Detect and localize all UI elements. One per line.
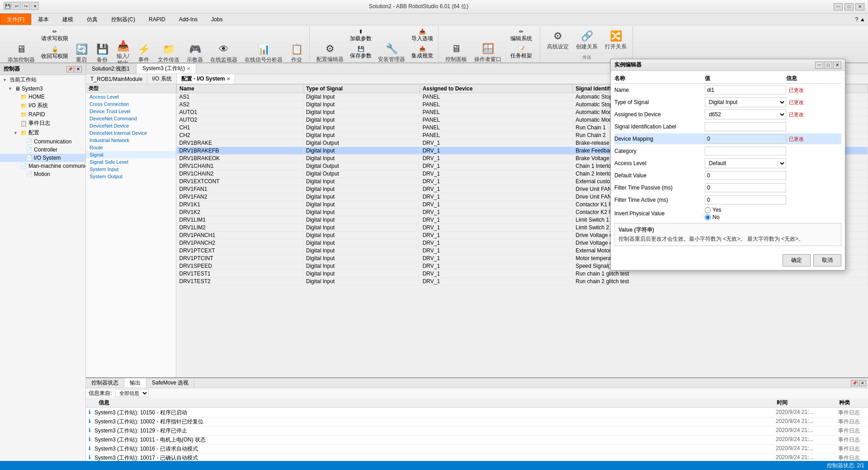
- tree-man-machine[interactable]: 📄 Man-machine communic: [0, 162, 85, 170]
- type-cross-connection[interactable]: Cross Connection: [86, 100, 176, 108]
- tab-rapid[interactable]: RAPID: [142, 14, 172, 25]
- tree-system3[interactable]: ▼ 🖥 System3: [0, 85, 85, 93]
- ribbon-help[interactable]: ?: [855, 16, 858, 23]
- type-system-output[interactable]: System Output: [86, 173, 176, 180]
- high-setting-btn[interactable]: ⚙ 高线设定: [544, 28, 572, 52]
- bottom-panel-pin[interactable]: 📌: [851, 380, 858, 386]
- dialog-restore-btn[interactable]: □: [824, 62, 832, 69]
- tree-communication[interactable]: 📄 Communication: [0, 138, 85, 146]
- import-options-btn[interactable]: 📥 导入选项: [409, 27, 435, 44]
- maximize-btn[interactable]: □: [844, 3, 854, 10]
- tree-home[interactable]: 📁 HOME: [0, 93, 85, 101]
- event-btn[interactable]: ⚡ 事件: [134, 42, 154, 65]
- type-industrial-network[interactable]: Industrial Network: [86, 137, 176, 144]
- type-system-input[interactable]: System Input: [86, 166, 176, 173]
- subtab-close-icon[interactable]: ✕: [226, 76, 230, 81]
- customize-quick-btn[interactable]: ▾: [31, 2, 39, 10]
- log-item[interactable]: ℹSystem3 (工作站): 10011 - 电机上电(ON) 状态2020/…: [87, 436, 867, 445]
- load-params-btn[interactable]: ⬆ 加载参数: [348, 27, 374, 44]
- field-name-input[interactable]: [705, 85, 786, 95]
- dialog-minimize-btn[interactable]: ─: [815, 62, 823, 69]
- tree-rapid[interactable]: 📁 RAPID: [0, 110, 85, 119]
- type-route[interactable]: Route: [86, 144, 176, 151]
- field-access-level-select[interactable]: Default: [705, 158, 786, 168]
- close-btn[interactable]: ✕: [855, 3, 864, 10]
- integrate-vision-btn[interactable]: 📤 集成视觉: [409, 44, 435, 61]
- file-transfer-btn[interactable]: 📁 文件传送: [155, 42, 183, 65]
- task-frame-btn[interactable]: 📝 任务框架: [505, 44, 537, 61]
- tree-current-station[interactable]: ▼ 当前工作站: [0, 75, 85, 85]
- type-devicenet-command[interactable]: DeviceNet Command: [86, 115, 176, 122]
- sidebar-close-btn[interactable]: ✕: [75, 66, 82, 72]
- table-row[interactable]: DRV1TEST1Digital InputDRV_1Run chain 1 g…: [177, 270, 868, 278]
- filter-select[interactable]: 全部信息: [115, 389, 149, 397]
- tab-system3[interactable]: System3 (工作站) ✕: [137, 63, 196, 74]
- save-params-btn[interactable]: 💾 保存参数: [348, 44, 374, 61]
- bottom-tab-safemove[interactable]: SafeMove 选视: [146, 378, 194, 388]
- sidebar-pin-btn[interactable]: 📌: [66, 66, 74, 72]
- tab-solution2-view[interactable]: Solution2:视图1: [86, 63, 136, 74]
- monitor-btn[interactable]: 👁 在线监视器: [207, 42, 241, 65]
- tab-file[interactable]: 文件(F): [0, 14, 31, 25]
- log-item[interactable]: ℹSystem3 (工作站): 10017 - 已确认自动模式2020/9/24…: [87, 454, 867, 461]
- type-devicenet-device[interactable]: DeviceNet Device: [86, 122, 176, 129]
- backup-btn[interactable]: 💾 备份: [92, 42, 112, 65]
- job-btn[interactable]: 📋 作业: [287, 42, 307, 65]
- request-write-btn[interactable]: ✏ 请求写权限: [39, 27, 71, 44]
- tab-addins[interactable]: Add-Ins: [172, 14, 204, 25]
- type-access-level[interactable]: Access Level: [86, 93, 176, 100]
- subtab-io[interactable]: I/O 系统: [147, 74, 176, 84]
- tree-event-log[interactable]: 📋 事件日志: [0, 119, 85, 128]
- bottom-panel-close[interactable]: ✕: [859, 380, 866, 386]
- tree-io-system[interactable]: 📁 I/O 系统: [0, 101, 85, 110]
- tab-close-icon[interactable]: ✕: [187, 66, 190, 71]
- tab-model[interactable]: 建模: [56, 14, 80, 25]
- field-device-mapping-input[interactable]: [705, 134, 786, 143]
- redo-quick-btn[interactable]: ↪: [22, 2, 30, 10]
- control-panel-btn[interactable]: 🖥 控制面板: [442, 41, 470, 64]
- log-item[interactable]: ℹSystem3 (工作站): 10129 - 程序已停止2020/9/24 2…: [87, 427, 867, 436]
- bottom-tab-output[interactable]: 输出: [124, 378, 146, 388]
- config-editor-btn[interactable]: ⚙ 配置编辑器: [313, 41, 347, 64]
- add-controller-btn[interactable]: 🖥 添加控制器: [5, 42, 38, 65]
- teach-btn[interactable]: 🎮 示教器: [184, 42, 206, 65]
- tab-jobs[interactable]: Jobs: [204, 14, 229, 25]
- table-row[interactable]: DRV1TEST2Digital InputDRV_1Run chain 2 g…: [177, 278, 868, 285]
- field-filter-active-input[interactable]: [705, 195, 786, 204]
- type-signal[interactable]: Signal: [86, 151, 176, 158]
- invert-yes-radio[interactable]: [705, 207, 711, 213]
- ribbon-minimize[interactable]: ▲: [860, 16, 865, 23]
- tree-config[interactable]: ▼ 📁 配置: [0, 128, 85, 138]
- type-devicenet-internal[interactable]: DeviceNet Internal Device: [86, 129, 176, 137]
- invert-yes-option[interactable]: Yes: [705, 207, 722, 213]
- tree-controller[interactable]: 📄 Controller: [0, 146, 85, 154]
- save-quick-btn[interactable]: 💾: [4, 2, 12, 10]
- dialog-close-btn[interactable]: ✕: [833, 62, 841, 69]
- tree-io-system-config[interactable]: 📄 I/O System: [0, 154, 85, 162]
- field-sig-label-input[interactable]: [705, 122, 786, 131]
- subtab-io-system-config[interactable]: 配置 - I/O System ✕: [177, 74, 236, 84]
- log-item[interactable]: ℹSystem3 (工作站): 10016 - 已请求自动模式2020/9/24…: [87, 445, 867, 454]
- operator-window-btn[interactable]: 🪟 操作者窗口: [471, 41, 505, 64]
- tab-simulate[interactable]: 仿真: [80, 14, 104, 25]
- install-manager-btn[interactable]: 🔧 安装管理器: [375, 41, 408, 64]
- restart-btn[interactable]: 🔄 重启: [71, 42, 91, 65]
- log-item[interactable]: ℹSystem3 (工作站): 10150 - 程序已启动2020/9/24 2…: [87, 408, 867, 418]
- create-relation-btn[interactable]: 🔗 创建关系: [573, 28, 601, 52]
- cancel-button[interactable]: 取消: [813, 254, 841, 266]
- field-device-select[interactable]: d652 PANEL DRV_1: [705, 109, 786, 119]
- tree-motion[interactable]: 📄 Motion: [0, 170, 85, 178]
- undo-quick-btn[interactable]: ↩: [13, 2, 21, 10]
- invert-no-option[interactable]: No: [705, 214, 722, 220]
- return-write-btn[interactable]: 🔓 收回写权限: [39, 45, 71, 62]
- bottom-tab-controller-status[interactable]: 控制器状态: [86, 378, 124, 388]
- tab-basic[interactable]: 基本: [31, 14, 56, 25]
- field-type-select[interactable]: Digital Input Digital Output: [705, 97, 786, 107]
- tab-controller[interactable]: 控制器(C): [104, 14, 142, 25]
- signal-analyzer-btn[interactable]: 📊 在线信号分析器: [241, 42, 286, 65]
- edit-system-btn[interactable]: ✏ 编辑系统: [505, 27, 537, 44]
- open-relation-btn[interactable]: 🔀 打开关系: [602, 28, 630, 52]
- type-device-trust-level[interactable]: Device Trust Level: [86, 108, 176, 115]
- subtab-mainmodule[interactable]: T_ROB1/MainModule: [86, 74, 147, 84]
- field-default-value-input[interactable]: [705, 171, 786, 180]
